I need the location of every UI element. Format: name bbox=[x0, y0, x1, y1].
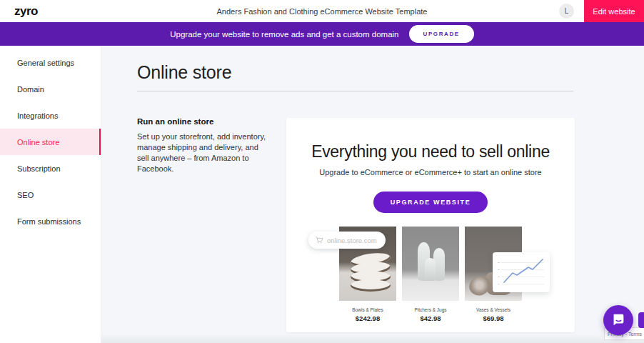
section-intro: Run an online store Set up your storefro… bbox=[137, 117, 267, 174]
cart-icon bbox=[315, 236, 323, 244]
app-root: zyro Anders Fashion and Clothing eCommer… bbox=[0, 0, 644, 343]
product-name: Pitchers & Jugs bbox=[402, 307, 459, 312]
product-image-pitchers bbox=[402, 227, 459, 301]
chat-button[interactable] bbox=[603, 305, 633, 335]
product-price: $42.98 bbox=[402, 314, 459, 322]
store-url-text: online.store.com bbox=[327, 237, 377, 244]
sidebar-item-domain[interactable]: Domain bbox=[0, 76, 101, 102]
card-subheading: Upgrade to eCommerce or eCommerce+ to st… bbox=[286, 168, 575, 177]
section-intro-description: Set up your storefront, add inventory, m… bbox=[137, 131, 267, 174]
sidebar-item-seo[interactable]: SEO bbox=[0, 182, 101, 208]
top-header: zyro Anders Fashion and Clothing eCommer… bbox=[0, 0, 644, 22]
edit-website-button[interactable]: Edit website bbox=[584, 0, 644, 22]
sidebar-item-online-store[interactable]: Online store bbox=[0, 129, 101, 155]
upgrade-button[interactable]: UPGRADE bbox=[409, 25, 474, 43]
ecommerce-upsell-card: Everything you need to sell online Upgra… bbox=[286, 118, 575, 332]
card-heading: Everything you need to sell online bbox=[286, 142, 575, 161]
sidebar-item-subscription[interactable]: Subscription bbox=[0, 155, 101, 182]
product-price: $69.98 bbox=[465, 314, 522, 322]
sales-trend-card bbox=[493, 252, 550, 292]
page-title: Online store bbox=[137, 62, 231, 83]
settings-sidebar: General settings Domain Integrations Onl… bbox=[0, 46, 101, 343]
title-divider bbox=[137, 91, 573, 91]
user-avatar[interactable]: L bbox=[559, 4, 574, 19]
main-content: Online store Run an online store Set up … bbox=[101, 46, 644, 343]
product-name: Vases & Vessels bbox=[465, 307, 522, 312]
chat-bubble-icon bbox=[610, 312, 626, 328]
product-name: Bowls & Plates bbox=[339, 307, 396, 312]
chat-widget-tab[interactable] bbox=[638, 312, 644, 328]
trend-line-chart-icon bbox=[502, 257, 546, 287]
sidebar-item-form-submissions[interactable]: Form submissions bbox=[0, 208, 101, 234]
section-intro-title: Run an online store bbox=[137, 117, 267, 126]
upgrade-banner: Upgrade your website to remove ads and g… bbox=[0, 22, 644, 46]
product-price: $242.98 bbox=[339, 314, 396, 322]
sidebar-item-general-settings[interactable]: General settings bbox=[0, 49, 101, 76]
upgrade-website-button[interactable]: UPGRADE WEBSITE bbox=[373, 192, 488, 213]
sidebar-item-integrations[interactable]: Integrations bbox=[0, 102, 101, 129]
product-card: Pitchers & Jugs $42.98 bbox=[402, 227, 459, 322]
store-url-pill: online.store.com bbox=[308, 232, 386, 249]
site-template-title: Anders Fashion and Clothing eCommerce We… bbox=[0, 7, 644, 16]
upgrade-banner-text: Upgrade your website to remove ads and g… bbox=[170, 30, 398, 39]
